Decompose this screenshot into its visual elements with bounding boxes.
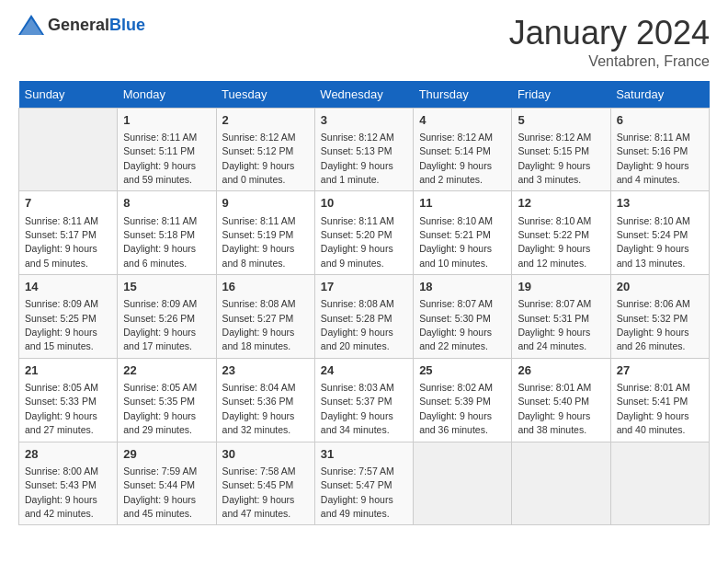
calendar-cell-1-2: 9Sunrise: 8:11 AM Sunset: 5:19 PM Daylig… xyxy=(216,191,314,275)
page-header: GeneralBlue January 2024 Ventabren, Fran… xyxy=(18,15,710,70)
day-info: Sunrise: 8:09 AM Sunset: 5:26 PM Dayligh… xyxy=(123,298,197,351)
calendar-table: Sunday Monday Tuesday Wednesday Thursday… xyxy=(18,81,710,526)
calendar-cell-0-3: 3Sunrise: 8:12 AM Sunset: 5:13 PM Daylig… xyxy=(314,108,413,191)
calendar-cell-4-0: 28Sunrise: 8:00 AM Sunset: 5:43 PM Dayli… xyxy=(19,442,118,525)
day-info: Sunrise: 8:07 AM Sunset: 5:31 PM Dayligh… xyxy=(518,298,591,351)
day-number: 26 xyxy=(518,362,604,379)
calendar-cell-0-6: 6Sunrise: 8:11 AM Sunset: 5:16 PM Daylig… xyxy=(610,108,709,191)
day-info: Sunrise: 7:59 AM Sunset: 5:44 PM Dayligh… xyxy=(123,465,197,519)
day-number: 27 xyxy=(617,362,703,379)
day-number: 22 xyxy=(123,362,210,379)
calendar-cell-1-5: 12Sunrise: 8:10 AM Sunset: 5:22 PM Dayli… xyxy=(512,191,610,275)
day-number: 14 xyxy=(25,279,111,295)
week-row-1: 1Sunrise: 8:11 AM Sunset: 5:11 PM Daylig… xyxy=(19,108,710,191)
calendar-cell-3-1: 22Sunrise: 8:05 AM Sunset: 5:35 PM Dayli… xyxy=(118,358,216,442)
day-info: Sunrise: 8:05 AM Sunset: 5:35 PM Dayligh… xyxy=(123,382,197,435)
day-info: Sunrise: 8:01 AM Sunset: 5:40 PM Dayligh… xyxy=(518,382,591,435)
day-number: 23 xyxy=(222,362,309,379)
week-row-3: 14Sunrise: 8:09 AM Sunset: 5:25 PM Dayli… xyxy=(19,275,710,359)
header-wednesday: Wednesday xyxy=(314,81,413,109)
calendar-cell-3-0: 21Sunrise: 8:05 AM Sunset: 5:33 PM Dayli… xyxy=(19,358,118,442)
day-number: 28 xyxy=(25,446,111,463)
header-tuesday: Tuesday xyxy=(216,81,314,109)
day-info: Sunrise: 8:11 AM Sunset: 5:11 PM Dayligh… xyxy=(123,132,197,185)
day-number: 20 xyxy=(617,279,703,295)
day-number: 24 xyxy=(321,362,407,379)
day-number: 6 xyxy=(617,112,703,129)
day-number: 7 xyxy=(25,195,111,212)
calendar-cell-0-2: 2Sunrise: 8:12 AM Sunset: 5:12 PM Daylig… xyxy=(216,108,314,191)
calendar-cell-4-4 xyxy=(414,442,512,525)
calendar-cell-2-5: 19Sunrise: 8:07 AM Sunset: 5:31 PM Dayli… xyxy=(512,275,610,359)
calendar-cell-1-1: 8Sunrise: 8:11 AM Sunset: 5:18 PM Daylig… xyxy=(118,191,216,275)
calendar-cell-3-2: 23Sunrise: 8:04 AM Sunset: 5:36 PM Dayli… xyxy=(216,358,314,442)
day-info: Sunrise: 8:12 AM Sunset: 5:15 PM Dayligh… xyxy=(518,132,591,185)
day-number: 31 xyxy=(321,446,407,463)
logo-icon xyxy=(18,15,44,35)
calendar-cell-3-4: 25Sunrise: 8:02 AM Sunset: 5:39 PM Dayli… xyxy=(414,358,512,442)
calendar-cell-0-5: 5Sunrise: 8:12 AM Sunset: 5:15 PM Daylig… xyxy=(512,108,610,191)
day-info: Sunrise: 7:58 AM Sunset: 5:45 PM Dayligh… xyxy=(222,465,296,519)
day-number: 8 xyxy=(123,195,210,212)
calendar-cell-2-1: 15Sunrise: 8:09 AM Sunset: 5:26 PM Dayli… xyxy=(118,275,216,359)
day-info: Sunrise: 8:09 AM Sunset: 5:25 PM Dayligh… xyxy=(25,298,98,351)
calendar-cell-4-3: 31Sunrise: 7:57 AM Sunset: 5:47 PM Dayli… xyxy=(314,442,413,525)
day-info: Sunrise: 8:11 AM Sunset: 5:19 PM Dayligh… xyxy=(222,215,296,269)
week-row-2: 7Sunrise: 8:11 AM Sunset: 5:17 PM Daylig… xyxy=(19,191,710,275)
day-info: Sunrise: 8:11 AM Sunset: 5:18 PM Dayligh… xyxy=(123,215,197,269)
day-info: Sunrise: 8:07 AM Sunset: 5:30 PM Dayligh… xyxy=(419,298,493,351)
day-number: 2 xyxy=(222,112,309,129)
header-friday: Friday xyxy=(512,81,610,109)
day-number: 3 xyxy=(321,112,407,129)
calendar-cell-1-3: 10Sunrise: 8:11 AM Sunset: 5:20 PM Dayli… xyxy=(314,191,413,275)
header-sunday: Sunday xyxy=(19,81,118,109)
day-info: Sunrise: 8:08 AM Sunset: 5:28 PM Dayligh… xyxy=(321,298,394,351)
title-area: January 2024 Ventabren, France xyxy=(509,15,710,70)
logo: GeneralBlue xyxy=(18,15,145,35)
day-number: 18 xyxy=(419,279,506,295)
day-info: Sunrise: 8:12 AM Sunset: 5:13 PM Dayligh… xyxy=(321,132,394,185)
calendar-cell-3-6: 27Sunrise: 8:01 AM Sunset: 5:41 PM Dayli… xyxy=(610,358,709,442)
day-number: 9 xyxy=(222,195,309,212)
day-number: 15 xyxy=(123,279,210,295)
calendar-cell-1-0: 7Sunrise: 8:11 AM Sunset: 5:17 PM Daylig… xyxy=(19,191,118,275)
calendar-cell-1-6: 13Sunrise: 8:10 AM Sunset: 5:24 PM Dayli… xyxy=(610,191,709,275)
day-info: Sunrise: 8:10 AM Sunset: 5:24 PM Dayligh… xyxy=(617,215,690,269)
calendar-cell-4-6 xyxy=(610,442,709,525)
calendar-cell-4-2: 30Sunrise: 7:58 AM Sunset: 5:45 PM Dayli… xyxy=(216,442,314,525)
weekday-header-row: Sunday Monday Tuesday Wednesday Thursday… xyxy=(19,81,710,109)
calendar-cell-2-2: 16Sunrise: 8:08 AM Sunset: 5:27 PM Dayli… xyxy=(216,275,314,359)
day-number: 5 xyxy=(518,112,604,129)
day-info: Sunrise: 7:57 AM Sunset: 5:47 PM Dayligh… xyxy=(321,465,394,519)
page-subtitle: Ventabren, France xyxy=(509,53,710,70)
day-info: Sunrise: 8:06 AM Sunset: 5:32 PM Dayligh… xyxy=(617,298,690,351)
day-number: 30 xyxy=(222,446,309,463)
day-info: Sunrise: 8:03 AM Sunset: 5:37 PM Dayligh… xyxy=(321,382,394,435)
day-number: 10 xyxy=(321,195,407,212)
day-number: 13 xyxy=(617,195,703,212)
calendar-cell-1-4: 11Sunrise: 8:10 AM Sunset: 5:21 PM Dayli… xyxy=(414,191,512,275)
page-title: January 2024 xyxy=(509,15,710,52)
week-row-5: 28Sunrise: 8:00 AM Sunset: 5:43 PM Dayli… xyxy=(19,442,710,525)
calendar-cell-2-6: 20Sunrise: 8:06 AM Sunset: 5:32 PM Dayli… xyxy=(610,275,709,359)
day-number: 1 xyxy=(123,112,210,129)
day-number: 25 xyxy=(419,362,506,379)
day-info: Sunrise: 8:12 AM Sunset: 5:14 PM Dayligh… xyxy=(419,132,493,185)
day-number: 29 xyxy=(123,446,210,463)
calendar-cell-0-1: 1Sunrise: 8:11 AM Sunset: 5:11 PM Daylig… xyxy=(118,108,216,191)
day-info: Sunrise: 8:08 AM Sunset: 5:27 PM Dayligh… xyxy=(222,298,296,351)
calendar-cell-4-1: 29Sunrise: 7:59 AM Sunset: 5:44 PM Dayli… xyxy=(118,442,216,525)
day-info: Sunrise: 8:01 AM Sunset: 5:41 PM Dayligh… xyxy=(617,382,690,435)
day-info: Sunrise: 8:11 AM Sunset: 5:17 PM Dayligh… xyxy=(25,215,98,269)
calendar-cell-2-0: 14Sunrise: 8:09 AM Sunset: 5:25 PM Dayli… xyxy=(19,275,118,359)
day-info: Sunrise: 8:11 AM Sunset: 5:16 PM Dayligh… xyxy=(617,132,690,185)
day-info: Sunrise: 8:11 AM Sunset: 5:20 PM Dayligh… xyxy=(321,215,394,269)
day-info: Sunrise: 8:12 AM Sunset: 5:12 PM Dayligh… xyxy=(222,132,296,185)
header-saturday: Saturday xyxy=(610,81,709,109)
calendar-cell-0-0 xyxy=(19,108,118,191)
logo-blue: Blue xyxy=(109,16,145,34)
calendar-cell-2-3: 17Sunrise: 8:08 AM Sunset: 5:28 PM Dayli… xyxy=(314,275,413,359)
day-info: Sunrise: 8:00 AM Sunset: 5:43 PM Dayligh… xyxy=(25,465,98,519)
day-number: 21 xyxy=(25,362,111,379)
day-info: Sunrise: 8:10 AM Sunset: 5:21 PM Dayligh… xyxy=(419,215,493,269)
